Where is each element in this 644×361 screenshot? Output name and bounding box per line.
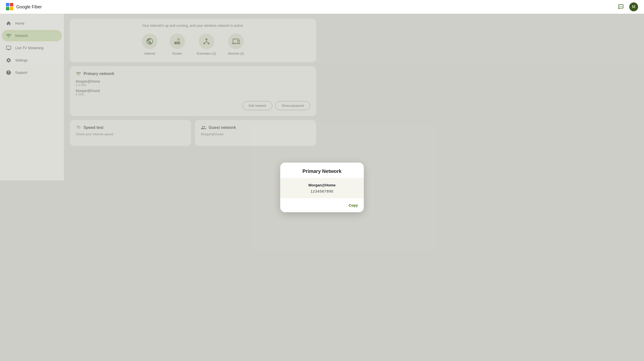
header: Google Fiber M [0, 0, 322, 14]
dialog-header: Primary Network [280, 163, 322, 178]
logo-area: Google Fiber [6, 3, 42, 11]
logo-text: Google Fiber [16, 5, 42, 10]
svg-rect-2 [6, 7, 9, 10]
svg-rect-1 [10, 3, 13, 7]
primary-network-dialog: Primary Network Morgan@Home 1234567890 C… [280, 163, 322, 181]
svg-rect-0 [6, 3, 9, 7]
svg-rect-3 [10, 7, 13, 10]
dialog-content: Morgan@Home 1234567890 [280, 178, 322, 181]
google-fiber-logo-icon [6, 3, 14, 11]
modal-overlay[interactable]: Primary Network Morgan@Home 1234567890 C… [0, 14, 322, 181]
dialog-title: Primary Network [286, 168, 322, 174]
